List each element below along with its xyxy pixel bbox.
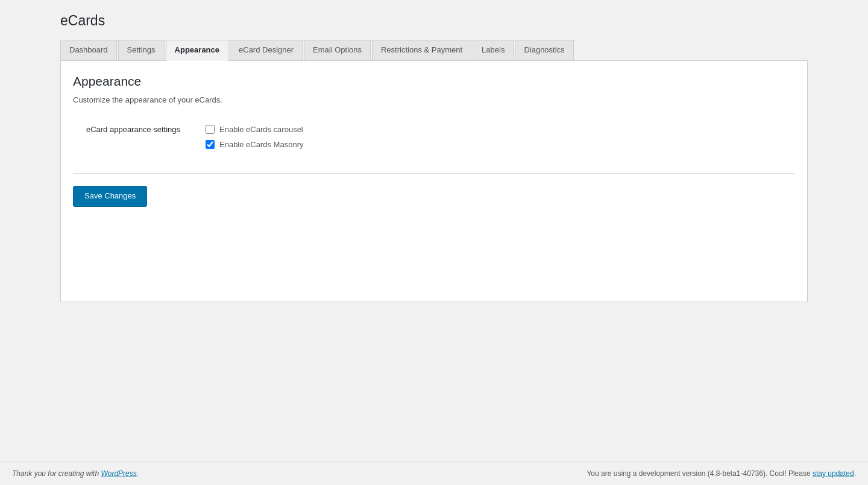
footer-stay-updated-link[interactable]: stay updated	[813, 469, 854, 478]
masonry-checkbox[interactable]	[206, 140, 215, 149]
tab-appearance[interactable]: Appearance	[166, 40, 230, 60]
footer: Thank you for creating with WordPress. Y…	[0, 461, 868, 485]
content-area: Appearance Customize the appearance of y…	[60, 61, 808, 302]
nav-tabs: Dashboard Settings Appearance eCard Desi…	[60, 40, 808, 61]
tab-email-options[interactable]: Email Options	[304, 40, 372, 60]
page-title: eCards	[60, 12, 808, 30]
tab-diagnostics[interactable]: Diagnostics	[515, 40, 574, 60]
tab-settings[interactable]: Settings	[118, 40, 166, 60]
footer-right-text: You are using a development version (4.8…	[587, 469, 812, 478]
tab-restrictions-payment[interactable]: Restrictions & Payment	[372, 40, 473, 60]
footer-right: You are using a development version (4.8…	[587, 469, 856, 478]
tab-ecard-designer[interactable]: eCard Designer	[230, 40, 304, 60]
footer-left-suffix: .	[137, 469, 139, 478]
field-label: eCard appearance settings	[86, 125, 180, 134]
section-title: Appearance	[73, 73, 795, 89]
tab-labels[interactable]: Labels	[473, 40, 515, 60]
form-table: eCard appearance settings Enable eCards …	[73, 119, 795, 161]
section-description: Customize the appearance of your eCards.	[73, 95, 795, 104]
masonry-checkbox-row: Enable eCards Masonry	[206, 140, 795, 149]
footer-right-suffix: .	[854, 469, 856, 478]
carousel-checkbox-row: Enable eCards carousel	[206, 125, 795, 134]
carousel-checkbox[interactable]	[206, 125, 215, 134]
tab-dashboard[interactable]: Dashboard	[60, 40, 118, 60]
masonry-label[interactable]: Enable eCards Masonry	[219, 140, 303, 149]
carousel-label[interactable]: Enable eCards carousel	[219, 125, 303, 134]
footer-left: Thank you for creating with WordPress.	[12, 469, 139, 478]
save-changes-button[interactable]: Save Changes	[73, 186, 147, 207]
divider	[73, 173, 795, 174]
appearance-settings-row: eCard appearance settings Enable eCards …	[73, 119, 795, 161]
footer-wordpress-link[interactable]: WordPress	[101, 469, 136, 478]
footer-left-text: Thank you for creating with	[12, 469, 101, 478]
